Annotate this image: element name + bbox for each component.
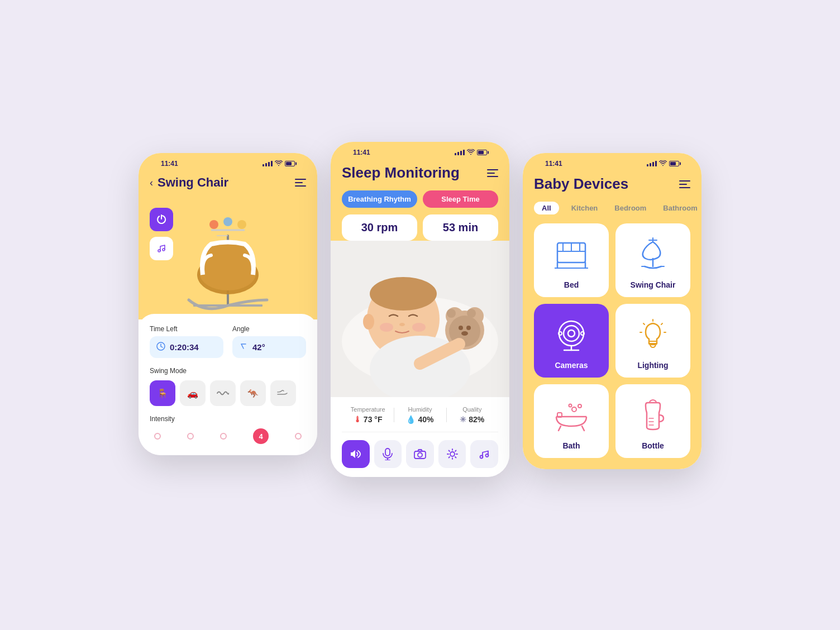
light-button[interactable] bbox=[438, 440, 466, 468]
bottle-label: Bottle bbox=[642, 441, 664, 450]
quality-label: Quality bbox=[446, 406, 498, 413]
svg-point-21 bbox=[380, 323, 393, 332]
tab-sleep[interactable]: Sleep Time bbox=[423, 190, 498, 208]
device-bath[interactable]: Bath bbox=[534, 384, 609, 458]
device-swing-chair[interactable]: Swing Chair bbox=[615, 223, 690, 297]
mode-jump[interactable]: 🦘 bbox=[240, 380, 266, 406]
sleep-bottom: Temperature 🌡 73 °F Humidity 💧 40% Quali… bbox=[331, 397, 509, 477]
device-bottle[interactable]: Bottle bbox=[615, 384, 690, 458]
intensity-dot-5[interactable] bbox=[295, 433, 302, 440]
humidity-sensor: Humidity 💧 40% bbox=[394, 406, 446, 424]
svg-point-11 bbox=[223, 217, 232, 226]
battery-icon-3 bbox=[669, 161, 679, 166]
swing-chair-illustration bbox=[172, 197, 284, 314]
baby-devices-screen: 11:41 bbox=[523, 153, 701, 469]
bottle-icon bbox=[633, 395, 672, 435]
svg-point-69 bbox=[581, 332, 584, 335]
svg-point-28 bbox=[447, 309, 456, 318]
svg-point-63 bbox=[559, 321, 584, 346]
status-time-3: 11:41 bbox=[545, 160, 562, 168]
menu-button-3[interactable] bbox=[679, 180, 690, 188]
svg-line-73 bbox=[661, 323, 662, 324]
svg-point-49 bbox=[486, 454, 489, 457]
intensity-dot-1[interactable] bbox=[154, 433, 161, 440]
svg-rect-34 bbox=[385, 448, 390, 456]
volume-button[interactable] bbox=[342, 440, 370, 468]
camera-button[interactable] bbox=[406, 440, 434, 468]
signal-icon-1 bbox=[262, 161, 273, 166]
svg-point-19 bbox=[370, 277, 437, 311]
sleep-top: 11:41 bbox=[331, 142, 509, 241]
menu-button-2[interactable] bbox=[487, 169, 498, 177]
device-cameras[interactable]: Cameras bbox=[534, 304, 609, 378]
intensity-dot-3[interactable] bbox=[220, 433, 227, 440]
quality-sensor: Quality ✳ 82% bbox=[446, 406, 498, 424]
swing-mode-label: Swing Mode bbox=[150, 367, 306, 375]
swing-chair-device-label: Swing Chair bbox=[631, 280, 676, 289]
back-button[interactable]: ‹ bbox=[150, 177, 153, 189]
svg-point-83 bbox=[569, 404, 572, 407]
mode-icons-row: 🪑 🚗 🦘 bbox=[150, 380, 306, 406]
svg-point-81 bbox=[572, 407, 576, 412]
bed-icon bbox=[552, 235, 591, 274]
sleep-controls bbox=[342, 440, 498, 468]
svg-point-48 bbox=[480, 456, 483, 459]
wifi-icon-3 bbox=[659, 160, 667, 168]
music-button[interactable] bbox=[150, 237, 173, 260]
swing-chair-bottom: Time Left 0:20:34 Angle bbox=[139, 314, 317, 455]
sleep-title: Sleep Monitoring bbox=[342, 164, 460, 182]
filter-bedroom[interactable]: Bedroom bbox=[610, 202, 651, 214]
monitor-values: 30 rpm 53 min bbox=[342, 214, 498, 241]
angle-value-box: 42° bbox=[232, 336, 306, 358]
temperature-value: 🌡 73 °F bbox=[342, 415, 394, 424]
power-button[interactable] bbox=[150, 208, 173, 231]
droplet-icon: 💧 bbox=[406, 415, 416, 424]
status-icons-1 bbox=[262, 160, 295, 167]
music-ctrl-button[interactable] bbox=[470, 440, 498, 468]
status-time-2: 11:41 bbox=[353, 149, 370, 156]
svg-point-20 bbox=[399, 323, 405, 326]
filter-kitchen[interactable]: Kitchen bbox=[567, 202, 603, 214]
swing-chair-header: ‹ Swing Chair bbox=[150, 171, 306, 197]
bed-label: Bed bbox=[564, 280, 579, 289]
time-left-value: 0:20:34 bbox=[170, 342, 199, 352]
devices-bg: 11:41 bbox=[523, 153, 701, 469]
mode-wind[interactable] bbox=[270, 380, 296, 406]
devices-title: Baby Devices bbox=[534, 175, 628, 193]
status-icons-3 bbox=[647, 160, 679, 168]
time-left-value-box: 0:20:34 bbox=[150, 336, 223, 358]
svg-line-78 bbox=[559, 426, 561, 431]
mode-swing[interactable]: 🪑 bbox=[150, 380, 175, 406]
svg-point-10 bbox=[209, 220, 218, 229]
wifi-icon-1 bbox=[275, 160, 283, 167]
mic-button[interactable] bbox=[374, 440, 402, 468]
quality-icon: ✳ bbox=[460, 415, 466, 424]
mode-wave[interactable] bbox=[210, 380, 236, 406]
filter-all[interactable]: All bbox=[534, 202, 559, 214]
filter-bathroom[interactable]: Bathroom bbox=[658, 202, 701, 214]
tab-breathing[interactable]: Breathing Rhythm bbox=[342, 190, 417, 208]
swing-chair-top: 11:41 bbox=[139, 153, 317, 319]
intensity-dot-2[interactable] bbox=[187, 433, 194, 440]
status-bar-2: 11:41 bbox=[342, 142, 498, 160]
swing-chair-icon bbox=[633, 235, 672, 274]
temperature-sensor: Temperature 🌡 73 °F bbox=[342, 406, 394, 424]
svg-point-39 bbox=[450, 452, 455, 456]
svg-point-33 bbox=[461, 331, 468, 336]
info-row: Time Left 0:20:34 Angle bbox=[150, 325, 306, 358]
breathing-value: 30 rpm bbox=[342, 214, 417, 241]
svg-point-0 bbox=[158, 250, 160, 252]
swing-chair-image-area bbox=[150, 197, 306, 319]
mode-car[interactable]: 🚗 bbox=[180, 380, 206, 406]
status-icons-2 bbox=[455, 149, 487, 156]
svg-line-46 bbox=[455, 451, 456, 452]
device-bed[interactable]: Bed bbox=[534, 223, 609, 297]
menu-button-1[interactable] bbox=[295, 179, 306, 187]
status-bar-1: 11:41 bbox=[150, 153, 306, 171]
intensity-dot-4[interactable]: 4 bbox=[253, 428, 269, 444]
bath-label: Bath bbox=[562, 441, 580, 450]
intensity-label: Intensity bbox=[150, 415, 306, 423]
thermometer-icon: 🌡 bbox=[354, 415, 361, 424]
device-lighting[interactable]: Lighting bbox=[615, 304, 690, 378]
filter-row: All Kitchen Bedroom Bathroom bbox=[534, 202, 690, 214]
